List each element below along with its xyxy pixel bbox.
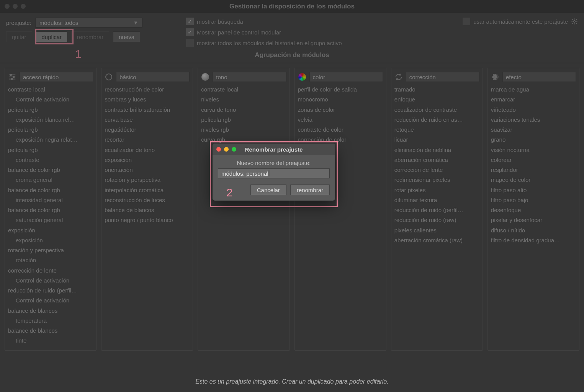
list-item[interactable]: curva rgb	[201, 136, 286, 144]
list-item[interactable]: balance de color rgb	[8, 186, 93, 194]
rename-button[interactable]: renombrar	[71, 31, 109, 42]
column-effect-input[interactable]: efecto	[502, 72, 576, 82]
list-item[interactable]: rotar pixeles	[394, 186, 479, 194]
list-item[interactable]: exposición	[105, 156, 190, 164]
column-correction-input[interactable]: corrección	[406, 72, 479, 82]
list-item[interactable]: ecualizador de contraste	[394, 106, 479, 114]
list-item[interactable]: corrección de lente	[394, 166, 479, 174]
list-item[interactable]: reconstrucción de color	[105, 86, 190, 93]
list-item[interactable]: filtro de densidad gradua…	[491, 237, 576, 244]
list-item[interactable]: eliminación de neblina	[394, 146, 479, 154]
list-item-sub[interactable]: intensidad general	[8, 196, 93, 204]
list-item[interactable]: rotación y perspectiva	[8, 247, 93, 254]
list-item[interactable]: difuminar textura	[394, 196, 479, 204]
list-item[interactable]: filtro paso bajo	[491, 196, 576, 204]
list-item[interactable]: niveles	[201, 96, 286, 103]
list-item[interactable]: reducción de ruido (perfil…	[8, 287, 93, 294]
list-item[interactable]: reducción de ruido (perfil…	[394, 206, 479, 214]
column-basic-input[interactable]: básico	[116, 72, 190, 82]
list-item[interactable]: colorear	[491, 156, 576, 164]
list-item[interactable]: película rgb	[8, 126, 93, 134]
list-item[interactable]: mapeo de color	[491, 176, 576, 184]
column-quick-input[interactable]: acceso rápido	[20, 72, 93, 82]
list-item[interactable]: curva base	[105, 116, 190, 124]
list-item[interactable]: corrección de color	[298, 136, 383, 144]
list-item[interactable]: recortar	[105, 136, 190, 144]
list-item[interactable]: enfoque	[394, 96, 479, 103]
auto-preset-checkbox[interactable]	[463, 18, 470, 25]
list-item[interactable]: contraste de color	[298, 126, 383, 134]
list-item[interactable]: reducción de ruido (raw)	[394, 216, 479, 224]
list-item[interactable]: viñeteado	[491, 106, 576, 114]
list-item[interactable]: balance de blancos	[105, 206, 190, 214]
list-item[interactable]: balance de color rgb	[8, 166, 93, 174]
show-history-checkbox[interactable]	[186, 39, 194, 47]
list-item[interactable]: desenfoque	[491, 206, 576, 214]
list-item[interactable]: suavizar	[491, 126, 576, 134]
list-item[interactable]: balance de blancos	[8, 327, 93, 335]
preset-select[interactable]: módulos: todos ▼	[35, 18, 142, 28]
list-item[interactable]: balance de color rgb	[8, 206, 93, 214]
dialog-input[interactable]: módulos: personal	[218, 168, 330, 178]
show-search-checkbox[interactable]: ✓	[186, 18, 194, 25]
list-item[interactable]: corrección de lente	[8, 267, 93, 274]
list-item[interactable]: aberración cromática (raw)	[394, 237, 479, 244]
list-item[interactable]: balance de blancos	[8, 307, 93, 315]
list-item[interactable]: velvia	[298, 116, 383, 124]
list-item-sub[interactable]: exposición negra relat…	[8, 136, 93, 144]
list-item[interactable]: curva de tono	[201, 106, 286, 114]
list-item[interactable]: retoque	[394, 126, 479, 134]
duplicate-button[interactable]: duplicar	[36, 31, 68, 42]
list-item[interactable]: pixelar y desenfocar	[491, 216, 576, 224]
list-item[interactable]: exposición	[8, 227, 93, 234]
list-item[interactable]: marca de agua	[491, 86, 576, 93]
list-item[interactable]: aberración cromática	[394, 156, 479, 164]
list-item[interactable]: perfil de color de salida	[298, 86, 383, 93]
list-item-sub[interactable]: rotación	[8, 256, 93, 264]
list-item[interactable]: punto negro / punto blanco	[105, 216, 190, 224]
list-item[interactable]: visión nocturna	[491, 146, 576, 154]
list-item[interactable]: contraste brillo saturación	[105, 106, 190, 114]
list-item[interactable]: grano	[491, 136, 576, 144]
remove-button[interactable]: quitar	[6, 31, 32, 42]
list-item[interactable]: difuso / nítido	[491, 227, 576, 234]
dialog-zoom-icon[interactable]	[232, 147, 236, 152]
new-button[interactable]: nueva	[113, 31, 140, 42]
list-item[interactable]: reconstrucción de luces	[105, 196, 190, 204]
column-color-input[interactable]: color	[309, 72, 383, 82]
show-modular-panel-checkbox[interactable]: ✓	[186, 28, 194, 36]
dialog-close-icon[interactable]	[216, 147, 221, 152]
list-item[interactable]: película rgb	[201, 116, 286, 124]
dialog-cancel-button[interactable]: Cancelar	[250, 185, 286, 195]
list-item[interactable]: sombras y luces	[105, 96, 190, 103]
list-item-sub[interactable]: croma general	[8, 176, 93, 184]
list-item[interactable]: película rgb	[8, 146, 93, 154]
list-item-sub[interactable]: tinte	[8, 337, 93, 345]
list-item-sub[interactable]: Control de activación	[8, 96, 93, 103]
list-item[interactable]: tramado	[394, 86, 479, 93]
list-item[interactable]: filtro paso alto	[491, 186, 576, 194]
list-item[interactable]: zonas de color	[298, 106, 383, 114]
list-item[interactable]: niveles rgb	[201, 126, 286, 134]
list-item-sub[interactable]: Control de activación	[8, 277, 93, 284]
list-item[interactable]: orientación	[105, 166, 190, 174]
list-item[interactable]: negatidóctor	[105, 126, 190, 134]
gear-icon[interactable]	[571, 18, 578, 25]
list-item[interactable]: interpolación cromática	[105, 186, 190, 194]
list-item-sub[interactable]: saturación general	[8, 216, 93, 224]
list-item[interactable]: licuar	[394, 136, 479, 144]
list-item[interactable]: redimensionar pixeles	[394, 176, 479, 184]
list-item-sub[interactable]: contraste	[8, 156, 93, 164]
list-item[interactable]: película rgb	[8, 106, 93, 114]
list-item[interactable]: reducción de ruido en as…	[394, 116, 479, 124]
list-item[interactable]: enmarcar	[491, 96, 576, 103]
list-item[interactable]: resplandor	[491, 166, 576, 174]
list-item[interactable]: monocromo	[298, 96, 383, 103]
list-item-sub[interactable]: exposición blanca rel…	[8, 116, 93, 124]
list-item-sub[interactable]: exposición	[8, 237, 93, 244]
dialog-rename-button[interactable]: renombrar	[290, 185, 330, 195]
list-item[interactable]: rotación y perspectiva	[105, 176, 190, 184]
list-item[interactable]: contraste local	[201, 86, 286, 93]
list-item-sub[interactable]: temperatura	[8, 317, 93, 325]
list-item[interactable]: ecualizador de tono	[105, 146, 190, 154]
